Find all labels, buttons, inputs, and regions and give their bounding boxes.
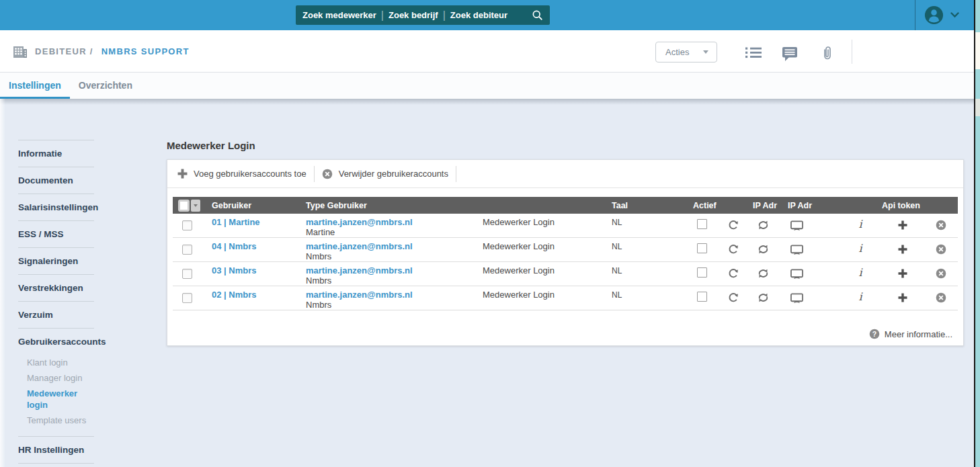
actions-dropdown[interactable]: Acties: [655, 42, 717, 62]
add-user-accounts-label: Voeg gebruikersaccounts toe: [194, 169, 307, 179]
user-menu-chevron-icon[interactable]: [950, 12, 959, 18]
sidebar-item[interactable]: HR Instellingen: [18, 436, 94, 463]
sidebar-divider: [18, 463, 94, 464]
select-dropdown[interactable]: [191, 200, 200, 212]
sidebar-item[interactable]: ESS / MSS: [18, 220, 94, 247]
user-link[interactable]: 01 | Martine: [212, 217, 260, 227]
sync-ip-icon[interactable]: [758, 268, 769, 279]
add-user-accounts-button[interactable]: Voeg gebruikersaccounts toe: [177, 169, 307, 179]
col-empty: [924, 197, 957, 214]
sidebar-item-label: Verzuim: [18, 310, 53, 320]
more-info-link[interactable]: ? Meer informatie...: [869, 329, 952, 339]
sidebar-item[interactable]: Informatie: [18, 140, 94, 167]
sidebar-item[interactable]: Documenten: [18, 167, 94, 194]
sidebar-item[interactable]: Verstrekkingen: [18, 274, 94, 301]
add-api-token-icon[interactable]: [898, 269, 907, 278]
attachment-icon[interactable]: [821, 45, 833, 62]
info-icon[interactable]: i: [858, 292, 862, 302]
delete-row-icon[interactable]: [936, 292, 946, 303]
email-link[interactable]: martine.janzen@nmbrs.nl: [306, 217, 413, 227]
select-all-control[interactable]: [178, 200, 200, 212]
plus-icon: [177, 169, 188, 179]
comments-icon[interactable]: [782, 46, 799, 62]
table-header: Gebruiker Type Gebruiker Taal Actief IP …: [173, 197, 958, 214]
sidebar-item-label: Signaleringen: [18, 256, 78, 266]
help-icon: ?: [869, 329, 880, 339]
info-icon[interactable]: i: [858, 267, 862, 278]
col-actief: Actief: [689, 197, 721, 214]
screen-ip-icon[interactable]: [790, 245, 803, 255]
row-checkbox[interactable]: [182, 269, 192, 279]
reset-password-icon[interactable]: [728, 268, 739, 279]
screen-ip-icon[interactable]: [790, 293, 803, 304]
topbar: Zoek medewerker | Zoek bedrijf | Zoek de…: [0, 0, 974, 30]
taal-value: NL: [612, 242, 622, 251]
sync-ip-icon[interactable]: [758, 220, 769, 230]
overview-list-icon[interactable]: [745, 46, 762, 59]
sidebar-item[interactable]: Signaleringen: [18, 247, 94, 274]
table-toolbar: Voeg gebruikersaccounts toe Verwijder ge…: [167, 160, 963, 188]
row-checkbox[interactable]: [182, 293, 192, 303]
search-icon[interactable]: [532, 9, 543, 21]
actief-checkbox[interactable]: [697, 292, 707, 302]
global-search[interactable]: Zoek medewerker | Zoek bedrijf | Zoek de…: [296, 5, 550, 25]
login-type: Medewerker Login: [483, 290, 555, 300]
delete-row-icon[interactable]: [936, 220, 946, 230]
sidebar-item-label: ESS / MSS: [18, 229, 64, 239]
email-link[interactable]: martine.janzen@nmbrs.nl: [306, 265, 413, 275]
user-link[interactable]: 03 | Nmbrs: [212, 265, 257, 275]
sidebar-item[interactable]: Gebruikersaccounts: [18, 328, 94, 355]
breadcrumb-current[interactable]: NMBRS SUPPORT: [101, 46, 190, 56]
col-empty: [477, 197, 605, 214]
user-link[interactable]: 02 | Nmbrs: [212, 290, 257, 300]
row-checkbox[interactable]: [182, 245, 192, 255]
tab[interactable]: Overzichten: [70, 73, 141, 99]
info-icon[interactable]: i: [858, 219, 862, 230]
col-type-gebruiker: Type Gebruiker: [299, 197, 477, 214]
add-api-token-icon[interactable]: [898, 220, 907, 230]
info-icon[interactable]: i: [858, 243, 862, 254]
sidebar-item-label: Manager login: [27, 373, 82, 383]
sidebar-item[interactable]: Template users: [18, 413, 94, 428]
add-api-token-icon[interactable]: [898, 293, 907, 302]
login-type: Medewerker Login: [483, 217, 555, 227]
actief-checkbox[interactable]: [697, 267, 707, 278]
email-link[interactable]: martine.janzen@nmbrs.nl: [306, 290, 413, 300]
search-debiteur-link[interactable]: Zoek debiteur: [450, 10, 507, 20]
delete-row-icon[interactable]: [936, 268, 946, 279]
screen-ip-icon[interactable]: [790, 220, 803, 231]
reset-password-icon[interactable]: [728, 244, 739, 255]
user-link[interactable]: 04 | Nmbrs: [212, 241, 257, 251]
user-name: Nmbrs: [306, 251, 477, 261]
sidebar-item-label: Template users: [27, 415, 86, 425]
sidebar-item[interactable]: Klant login: [18, 355, 94, 370]
sync-ip-icon[interactable]: [758, 244, 769, 255]
select-all-checkbox[interactable]: [178, 200, 190, 212]
sidebar-item[interactable]: Verzuim: [18, 301, 94, 328]
delete-row-icon[interactable]: [936, 244, 946, 255]
search-medewerker-link[interactable]: Zoek medewerker: [302, 10, 376, 20]
user-avatar-icon[interactable]: [924, 5, 944, 26]
remove-user-accounts-button[interactable]: Verwijder gebruikeraccounts: [322, 169, 448, 179]
col-taal: Taal: [605, 197, 689, 214]
search-bedrijf-link[interactable]: Zoek bedrijf: [389, 10, 438, 20]
reset-password-icon[interactable]: [728, 292, 739, 303]
scrollbar[interactable]: [975, 0, 980, 467]
actief-checkbox[interactable]: [697, 243, 707, 253]
email-link[interactable]: martine.janzen@nmbrs.nl: [306, 241, 413, 251]
col-ip-adr-2: IP Adr: [780, 197, 840, 214]
row-checkbox[interactable]: [182, 220, 192, 230]
sidebar-item[interactable]: Medewerker login: [18, 386, 94, 413]
scrollbar-segment: [975, 32, 980, 69]
sidebar-item-label: Documenten: [18, 175, 73, 185]
company-icon: [12, 44, 28, 59]
add-api-token-icon[interactable]: [898, 245, 907, 254]
tab[interactable]: Instellingen: [0, 73, 70, 99]
screen-ip-icon[interactable]: [790, 269, 803, 280]
sync-ip-icon[interactable]: [758, 292, 769, 303]
tab-label: Overzichten: [79, 80, 132, 91]
actief-checkbox[interactable]: [697, 219, 707, 229]
sidebar-item[interactable]: Manager login: [18, 370, 94, 386]
sidebar-item[interactable]: Salarisinstellingen: [18, 194, 94, 220]
reset-password-icon[interactable]: [728, 220, 739, 230]
